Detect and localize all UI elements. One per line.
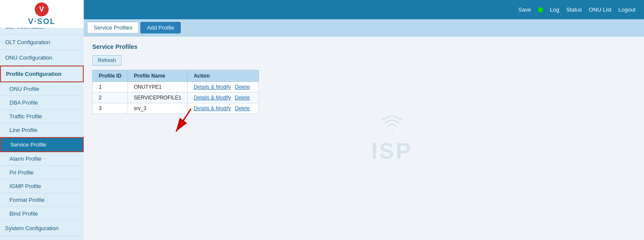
tab-bar: Service Profiles Add Profile	[84, 19, 644, 36]
sidebar-item-onu-profile[interactable]: ONU Profile	[0, 82, 84, 96]
arrow-annotation	[84, 36, 644, 240]
profile-id-3: 3	[93, 103, 128, 114]
section-title: Service Profiles	[92, 43, 635, 50]
details-modify-link-3[interactable]: Details & Modify	[194, 105, 231, 111]
sidebar-item-system-configuration[interactable]: System Configuration	[0, 221, 84, 236]
sidebar-item-onu-configuration[interactable]: ONU Configuration	[0, 50, 84, 66]
content-area: Service Profiles Refresh Profile ID Prof…	[84, 36, 644, 240]
sidebar-item-profile-configuration[interactable]: Profile Configuration	[0, 66, 84, 82]
profile-name-3: srv_3	[128, 103, 187, 114]
watermark-isp-text: ISP	[371, 138, 413, 164]
onu-list-button[interactable]: ONU List	[589, 6, 612, 13]
logout-button[interactable]: Logout	[618, 6, 635, 13]
status-dot	[538, 7, 543, 12]
tab-add-profile[interactable]: Add Profile	[140, 22, 181, 33]
sidebar-item-traffic-profile[interactable]: Traffic Profile	[0, 110, 84, 123]
logo-text: V·SOL	[28, 17, 55, 26]
main-content: Service Profiles Add Profile Service Pro…	[84, 19, 644, 240]
sidebar-item-dba-profile[interactable]: DBA Profile	[0, 96, 84, 110]
status-button[interactable]: Status	[566, 6, 582, 13]
profile-name-1: ONUTYPE1	[128, 82, 187, 93]
vsol-logo: V V·SOL	[28, 2, 55, 26]
sidebar-item-format-profile[interactable]: Format Profile	[0, 193, 84, 207]
delete-link-3[interactable]: Delete	[235, 105, 250, 111]
delete-link-1[interactable]: Delete	[235, 84, 250, 90]
details-modify-link-1[interactable]: Details & Modify	[194, 84, 231, 90]
logo-area: V V·SOL	[0, 0, 84, 28]
col-header-name: Profile Name	[128, 70, 187, 82]
sidebar-item-line-profile[interactable]: Line Profile	[0, 123, 84, 137]
header: V V·SOL Save Log Status ONU List Logout	[0, 0, 644, 19]
details-modify-link-2[interactable]: Details & Modify	[194, 95, 231, 101]
col-header-id: Profile ID	[93, 70, 128, 82]
vsol-logo-icon: V	[34, 2, 49, 17]
log-button[interactable]: Log	[550, 6, 559, 13]
sidebar-item-service-profile[interactable]: Service Profile	[0, 137, 84, 152]
sidebar: OLT Information OLT Configuration ONU Co…	[0, 19, 84, 240]
svg-text:V: V	[39, 5, 44, 13]
refresh-button[interactable]: Refresh	[92, 55, 122, 66]
layout: OLT Information OLT Configuration ONU Co…	[0, 19, 644, 240]
profile-name-2: SERVICEPROFILE1	[128, 93, 187, 103]
table-row: 1 ONUTYPE1 Details & Modify Delete	[93, 82, 259, 93]
table-row: 2 SERVICEPROFILE1 Details & Modify Delet…	[93, 93, 259, 103]
col-header-action: Action	[188, 70, 259, 82]
profile-id-1: 1	[93, 82, 128, 93]
delete-link-2[interactable]: Delete	[235, 95, 250, 101]
table-row: 3 srv_3 Details & Modify Delete	[93, 103, 259, 114]
save-label: Save	[518, 6, 531, 13]
watermark: ISP	[371, 113, 413, 164]
profiles-table: Profile ID Profile Name Action 1 ONUTYPE…	[92, 70, 259, 114]
tab-service-profiles[interactable]: Service Profiles	[87, 22, 139, 33]
profile-action-2: Details & Modify Delete	[188, 93, 259, 103]
sidebar-item-olt-configuration[interactable]: OLT Configuration	[0, 35, 84, 50]
wifi-icon	[371, 113, 413, 138]
sidebar-item-bind-profile[interactable]: Bind Profile	[0, 207, 84, 221]
profile-id-2: 2	[93, 93, 128, 103]
profile-action-1: Details & Modify Delete	[188, 82, 259, 93]
sidebar-item-pri-profile[interactable]: Pri Profile	[0, 166, 84, 180]
sidebar-item-alarm-profile[interactable]: Alarm Profile	[0, 152, 84, 166]
profile-action-3: Details & Modify Delete	[188, 103, 259, 114]
sidebar-item-igmp-profile[interactable]: IGMP Profile	[0, 180, 84, 193]
